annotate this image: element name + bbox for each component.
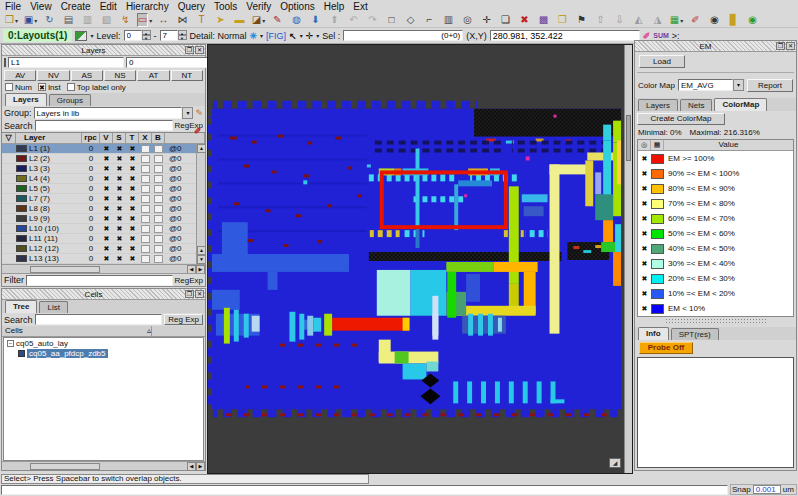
target-check-icon[interactable]: ✖: [126, 195, 139, 203]
tab-groups[interactable]: Groups: [49, 94, 91, 106]
b-checkbox[interactable]: [154, 205, 163, 213]
toolbar-button[interactable]: ▦ ▾: [667, 13, 686, 27]
col-x[interactable]: X: [139, 133, 152, 144]
toolbar-button[interactable]: ⌐ ▾: [420, 13, 439, 27]
layer-row[interactable]: L2 (2) 0 ✖ ✖ ✖ @0: [2, 154, 196, 164]
col-v[interactable]: V: [100, 133, 113, 144]
visible-check-icon[interactable]: ✖: [100, 225, 113, 233]
combo-dropdown-icon[interactable]: ▾: [182, 107, 193, 119]
toolbar-button[interactable]: ↷ ▾: [363, 13, 382, 27]
visible-check-icon[interactable]: ✖: [100, 255, 113, 263]
toolbar-button[interactable]: ▬ ▾: [230, 13, 249, 27]
toolbar-button[interactable]: ⬆ ▾: [325, 13, 344, 27]
toolbar-button[interactable]: ↔ ▾: [154, 13, 173, 27]
expander-icon[interactable]: −: [7, 340, 14, 347]
select-check-icon[interactable]: ✖: [113, 215, 126, 223]
highlight-icon[interactable]: ✳: [250, 31, 258, 41]
level-from-stepper[interactable]: ▲▼: [124, 30, 151, 41]
colormap-combo[interactable]: EM_AVG ▾: [678, 79, 744, 91]
layer-table-hscrollbar[interactable]: ◀ ▶: [2, 264, 205, 273]
checkbox-icon[interactable]: [67, 83, 75, 91]
report-button[interactable]: Report: [747, 79, 793, 92]
crosshair-dropdown-icon[interactable]: ▾: [316, 32, 319, 39]
colormap-row[interactable]: ✖ 20% =< EM < 30%: [638, 271, 793, 286]
regexp-button[interactable]: Reg Exp: [164, 314, 203, 325]
visible-check-icon[interactable]: ✖: [100, 235, 113, 243]
level-to-stepper[interactable]: ▲▼: [160, 30, 187, 41]
level-from-input[interactable]: [124, 30, 142, 41]
b-checkbox[interactable]: [154, 195, 163, 203]
cells-search-input[interactable]: [35, 314, 163, 325]
spin-down-icon[interactable]: ▼: [142, 35, 151, 40]
level-to-input[interactable]: [160, 30, 178, 41]
toolbar-button[interactable]: ↯ ▾: [116, 13, 135, 27]
toolbar-button[interactable]: ◉ ▾: [743, 13, 762, 27]
dropdown-arrow-icon[interactable]: ▾: [15, 17, 18, 24]
toolbar-button[interactable]: ❒ ▾: [553, 13, 572, 27]
toolbar-button[interactable]: ▤ ▾: [59, 13, 78, 27]
scrollbar-handle[interactable]: [626, 115, 631, 161]
palette-dropdown-icon[interactable]: ▾: [90, 32, 93, 39]
menu-item[interactable]: Edit: [100, 1, 117, 12]
menu-item[interactable]: Help: [324, 1, 345, 12]
toolbar-button[interactable]: ↻ ▾: [40, 13, 59, 27]
visible-check-icon[interactable]: ✖: [100, 245, 113, 253]
visibility-check-icon[interactable]: ✖: [638, 260, 651, 268]
toolbar-button[interactable]: ➤ ▾: [211, 13, 230, 27]
layer-row[interactable]: L11 (11) 0 ✖ ✖ ✖ @0: [2, 234, 196, 244]
dropdown-arrow-icon[interactable]: ▾: [149, 17, 152, 24]
purpose-button[interactable]: AV: [4, 70, 36, 81]
toolbar-button[interactable]: ▊ ▾: [724, 13, 743, 27]
load-button[interactable]: Load: [639, 55, 685, 68]
b-checkbox[interactable]: [154, 165, 163, 173]
select-check-icon[interactable]: ✖: [113, 205, 126, 213]
fig-mode-label[interactable]: [FIG]: [266, 31, 286, 41]
x-checkbox[interactable]: [141, 205, 150, 213]
menu-item[interactable]: Hierarchy: [126, 1, 169, 12]
cells-panel-titlebar[interactable]: Cells ❐ ✕: [2, 289, 205, 300]
target-check-icon[interactable]: ✖: [126, 245, 139, 253]
b-checkbox[interactable]: [154, 245, 163, 253]
tab-em-nets[interactable]: Nets: [680, 99, 712, 111]
x-checkbox[interactable]: [141, 225, 150, 233]
canvas-vscrollbar[interactable]: [624, 45, 632, 473]
select-check-icon[interactable]: ✖: [113, 175, 126, 183]
x-checkbox[interactable]: [141, 155, 150, 163]
toolbar-button[interactable]: ▧ ▾: [97, 13, 116, 27]
brush-icon[interactable]: ✐: [194, 126, 202, 136]
visibility-check-icon[interactable]: ✖: [638, 290, 651, 298]
b-checkbox[interactable]: [154, 215, 163, 223]
current-layer-swatch[interactable]: [4, 58, 6, 67]
toolbar-button[interactable]: ◍ ▾: [287, 13, 306, 27]
layers-search-input[interactable]: [35, 120, 173, 131]
x-checkbox[interactable]: [141, 195, 150, 203]
target-check-icon[interactable]: ✖: [126, 175, 139, 183]
colormap-table-header[interactable]: ◎ ▦ Value: [638, 140, 793, 151]
selection-count-field[interactable]: [343, 30, 463, 41]
sum-button[interactable]: SUM: [653, 32, 669, 39]
toolbar-button[interactable]: ◇ ▾: [401, 13, 420, 27]
toolbar-button[interactable]: ▩ ▾: [534, 13, 553, 27]
colormap-row[interactable]: ✖ 80% =< EM < 90%: [638, 181, 793, 196]
menu-item[interactable]: Verify: [246, 1, 271, 12]
marker-icon[interactable]: ✐: [643, 31, 651, 41]
tree-root-row[interactable]: − cq05_auto_lay: [4, 338, 203, 348]
layers-panel-titlebar[interactable]: Layers ❐ ✕: [2, 45, 205, 56]
toolbar-button[interactable]: T ▾: [192, 13, 211, 27]
layer-row[interactable]: L5 (5) 0 ✖ ✖ ✖ @0: [2, 184, 196, 194]
tab-list[interactable]: List: [39, 301, 67, 313]
toolbar-button[interactable]: ◭ ▾: [629, 13, 648, 27]
colormap-row[interactable]: ✖ 40% =< EM < 50%: [638, 241, 793, 256]
visible-check-icon[interactable]: ✖: [100, 195, 113, 203]
b-checkbox[interactable]: [154, 255, 163, 263]
create-colormap-button[interactable]: Create ColorMap: [637, 113, 725, 125]
tab-layers[interactable]: Layers: [5, 93, 47, 106]
option-checkbox[interactable]: Num: [5, 83, 32, 92]
visibility-check-icon[interactable]: ✖: [638, 305, 651, 313]
close-panel-icon[interactable]: ✕: [786, 42, 795, 50]
target-check-icon[interactable]: ✖: [126, 165, 139, 173]
colormap-row[interactable]: ✖ 60% =< EM < 70%: [638, 211, 793, 226]
eye-icon[interactable]: ◎: [638, 140, 651, 150]
float-panel-icon[interactable]: ❐: [776, 42, 785, 50]
select-check-icon[interactable]: ✖: [113, 225, 126, 233]
